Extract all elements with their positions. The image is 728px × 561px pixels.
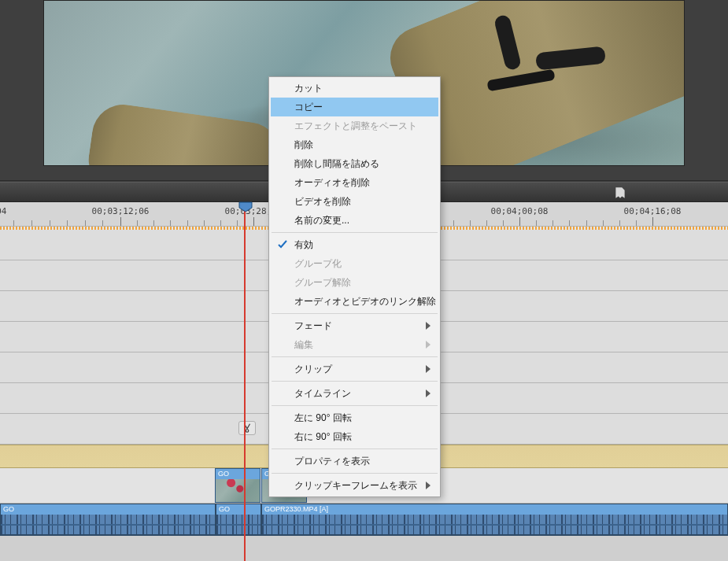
audio-clip[interactable]: GOPR2330.MP4 [A] bbox=[261, 504, 728, 535]
menu-item: グループ化 bbox=[271, 254, 438, 273]
menu-separator bbox=[272, 356, 438, 357]
menu-item: エフェクトと調整をペースト bbox=[271, 116, 438, 135]
menu-item-label: エフェクトと調整をペースト bbox=[294, 120, 417, 131]
menu-item-label: 右に 90° 回転 bbox=[294, 431, 352, 442]
track-audio-1[interactable]: GOGOGOPR2330.MP4 [A] bbox=[0, 504, 728, 536]
clip-title: GOPR2330.MP4 [A] bbox=[262, 504, 727, 515]
clip-title: GO bbox=[1, 504, 215, 515]
menu-item[interactable]: 右に 90° 回転 bbox=[271, 427, 438, 446]
chevron-right-icon bbox=[424, 335, 432, 354]
time-ruler-label: 00;04;00;08 bbox=[491, 206, 549, 216]
menu-separator bbox=[272, 448, 438, 449]
time-ruler-label: 00;04;16;08 bbox=[624, 206, 682, 216]
menu-item-label: クリップ bbox=[294, 364, 332, 375]
video-clip[interactable]: GO bbox=[215, 468, 261, 503]
menu-separator bbox=[272, 405, 438, 406]
menu-item[interactable]: クリップ bbox=[271, 360, 438, 378]
menu-item[interactable]: フェード bbox=[271, 316, 438, 335]
razor-icon[interactable] bbox=[238, 421, 256, 435]
menu-item[interactable]: コピー bbox=[271, 98, 438, 116]
chevron-right-icon bbox=[424, 476, 432, 495]
menu-item[interactable]: オーディオを削除 bbox=[271, 173, 438, 192]
menu-item[interactable]: 有効 bbox=[271, 235, 438, 254]
menu-item[interactable]: オーディオとビデオのリンク解除 bbox=[271, 292, 438, 311]
clip-title: GO bbox=[216, 469, 260, 479]
menu-separator bbox=[272, 313, 438, 314]
time-ruler-label: 00;02;56;04 bbox=[0, 206, 6, 216]
menu-item-label: タイムライン bbox=[294, 388, 351, 399]
menu-item[interactable]: 左に 90° 回転 bbox=[271, 408, 438, 427]
menu-item-label: 削除し間隔を詰める bbox=[294, 158, 379, 169]
chevron-right-icon bbox=[424, 384, 432, 403]
chevron-right-icon bbox=[424, 316, 432, 335]
menu-item-label: オーディオとビデオのリンク解除 bbox=[294, 296, 436, 307]
audio-clip[interactable]: GO bbox=[216, 504, 261, 535]
clip-title: GO bbox=[216, 504, 261, 515]
menu-item-label: グループ解除 bbox=[294, 277, 351, 288]
menu-item-label: 有効 bbox=[294, 239, 313, 250]
audio-clip[interactable]: GO bbox=[0, 504, 216, 535]
clip-context-menu: カットコピーエフェクトと調整をペースト削除削除し間隔を詰めるオーディオを削除ビデ… bbox=[268, 76, 441, 497]
menu-separator bbox=[272, 232, 438, 233]
timeline-gutter bbox=[0, 536, 728, 561]
menu-separator bbox=[272, 473, 438, 474]
time-ruler-label: 00;03;12;06 bbox=[92, 206, 150, 216]
menu-item[interactable]: タイムライン bbox=[271, 384, 438, 403]
menu-item-label: 編集 bbox=[294, 339, 313, 350]
menu-item[interactable]: 名前の変更... bbox=[271, 211, 438, 230]
menu-item-label: 削除 bbox=[294, 139, 313, 150]
menu-item-label: 左に 90° 回転 bbox=[294, 412, 352, 423]
menu-item-label: カット bbox=[294, 83, 323, 94]
menu-item[interactable]: ビデオを削除 bbox=[271, 192, 438, 211]
menu-separator bbox=[272, 381, 438, 382]
menu-item[interactable]: クリップキーフレームを表示 bbox=[271, 476, 438, 495]
menu-item-label: プロパティを表示 bbox=[294, 456, 370, 467]
video-editor-app: 00;03;29;01 00;02;56;0400;03;12;0600;03;… bbox=[0, 0, 728, 561]
menu-item-label: オーディオを削除 bbox=[294, 177, 370, 188]
menu-item: グループ解除 bbox=[271, 273, 438, 292]
menu-item[interactable]: 削除 bbox=[271, 135, 438, 154]
menu-item[interactable]: カット bbox=[271, 79, 438, 98]
menu-item[interactable]: プロパティを表示 bbox=[271, 452, 438, 471]
menu-item[interactable]: 削除し間隔を詰める bbox=[271, 154, 438, 173]
menu-item-label: グループ化 bbox=[294, 258, 342, 269]
menu-item-label: 名前の変更... bbox=[294, 215, 349, 226]
menu-item: 編集 bbox=[271, 335, 438, 354]
menu-item-label: コピー bbox=[294, 101, 323, 113]
add-marker-icon[interactable] bbox=[613, 186, 627, 200]
menu-item-label: フェード bbox=[294, 320, 332, 331]
menu-item-label: クリップキーフレームを表示 bbox=[294, 480, 417, 491]
check-icon bbox=[275, 235, 290, 254]
menu-item-label: ビデオを削除 bbox=[294, 196, 351, 207]
chevron-right-icon bbox=[424, 360, 432, 378]
